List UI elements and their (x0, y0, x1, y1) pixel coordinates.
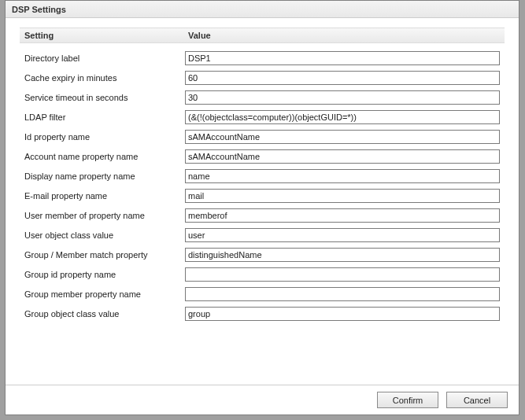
dialog-titlebar: DSP Settings (6, 1, 519, 18)
setting-input[interactable] (185, 228, 500, 242)
column-header-value: Value (185, 31, 505, 40)
setting-field (185, 307, 505, 321)
setting-row: Group / Member match property (20, 245, 505, 264)
setting-input[interactable] (185, 267, 500, 282)
column-header-setting: Setting (20, 31, 185, 40)
setting-label: Display name property name (20, 171, 185, 181)
setting-label: Group member property name (20, 289, 185, 299)
setting-input[interactable] (185, 51, 500, 65)
setting-row: Group member property name (20, 284, 505, 304)
cancel-button[interactable]: Cancel (446, 392, 508, 408)
setting-label: User member of property name (20, 211, 185, 220)
setting-field (185, 228, 505, 242)
dialog-content: Setting Value Directory labelCache expir… (6, 18, 519, 323)
dsp-settings-dialog: DSP Settings Setting Value Directory lab… (5, 0, 519, 415)
setting-label: Account name property name (20, 152, 185, 161)
setting-label: Group id property name (20, 270, 185, 279)
setting-input[interactable] (185, 130, 500, 144)
setting-input[interactable] (185, 189, 500, 203)
setting-label: Service timeout in seconds (20, 93, 185, 102)
setting-label: User object class value (20, 230, 185, 240)
setting-field (185, 208, 505, 223)
confirm-button[interactable]: Confirm (377, 392, 438, 408)
setting-field (185, 169, 505, 183)
setting-field (185, 189, 505, 203)
setting-label: Group / Member match property (20, 250, 185, 260)
setting-row: Directory label (20, 48, 505, 68)
setting-row: LDAP filter (20, 107, 505, 127)
setting-input[interactable] (185, 248, 500, 262)
setting-label: E-mail property name (20, 191, 185, 201)
setting-row: User object class value (20, 225, 505, 245)
setting-row: Id property name (20, 127, 505, 146)
setting-row: Group id property name (20, 264, 505, 284)
setting-field (185, 71, 505, 85)
setting-input[interactable] (185, 208, 500, 223)
setting-row: Cache expiry in minutes (20, 68, 505, 87)
setting-field (185, 130, 505, 144)
setting-row: Group object class value (20, 304, 505, 323)
setting-input[interactable] (185, 110, 500, 124)
setting-field (185, 287, 505, 301)
setting-row: Display name property name (20, 166, 505, 186)
setting-input[interactable] (185, 149, 500, 164)
setting-field (185, 110, 505, 124)
setting-input[interactable] (185, 287, 500, 301)
dialog-footer: Confirm Cancel (6, 385, 519, 414)
setting-field (185, 51, 505, 65)
setting-input[interactable] (185, 71, 500, 85)
setting-label: LDAP filter (20, 112, 185, 122)
settings-rows: Directory labelCache expiry in minutesSe… (20, 43, 505, 323)
dialog-title: DSP Settings (12, 5, 66, 14)
setting-label: Cache expiry in minutes (20, 73, 185, 83)
setting-row: E-mail property name (20, 186, 505, 205)
setting-field (185, 248, 505, 262)
setting-label: Group object class value (20, 309, 185, 319)
setting-row: User member of property name (20, 205, 505, 225)
setting-input[interactable] (185, 169, 500, 183)
setting-row: Account name property name (20, 146, 505, 166)
setting-input[interactable] (185, 90, 500, 105)
setting-row: Service timeout in seconds (20, 87, 505, 107)
setting-field (185, 90, 505, 105)
setting-field (185, 267, 505, 282)
column-headers: Setting Value (20, 28, 505, 43)
setting-label: Id property name (20, 132, 185, 142)
setting-input[interactable] (185, 307, 500, 321)
setting-field (185, 149, 505, 164)
setting-label: Directory label (20, 53, 185, 63)
